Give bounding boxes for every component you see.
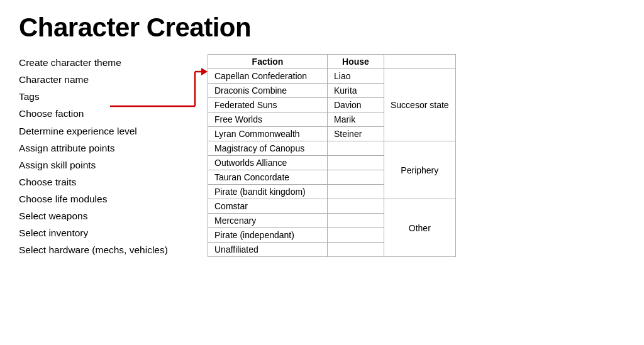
table-row: Magistracy of CanopusPeriphery [208,141,456,156]
step-item-1: Create character theme [19,54,201,71]
faction-cell: Unaffiliated [208,243,328,257]
house-cell: Steiner [328,127,384,141]
table-row: ComstarOther [208,199,456,214]
house-cell [328,199,384,214]
house-header: House [328,55,384,69]
group-cell: Periphery [384,141,456,199]
house-cell: Liao [328,69,384,84]
step-item-6: Assign attribute points [19,140,201,156]
house-cell: Marik [328,112,384,127]
step-item-10: Select weapons [19,207,201,224]
faction-table-wrapper: Faction House Capellan ConfederationLiao… [208,54,625,257]
steps-list: Create character themeCharacter nameTags… [19,54,208,259]
group-cell: Succesor state [384,69,456,141]
faction-cell: Tauran Concordate [208,170,328,185]
faction-table: Faction House Capellan ConfederationLiao… [208,54,456,257]
house-cell: Davion [328,98,384,112]
faction-cell: Outworlds Alliance [208,156,328,170]
step-item-11: Select inventory [19,224,201,241]
step-item-12: Select hardware (mechs, vehicles) [19,241,201,258]
house-cell [328,243,384,257]
faction-cell: Pirate (independant) [208,228,328,243]
house-cell [328,141,384,156]
step-item-9: Choose life modules [19,190,201,207]
house-cell: Kurita [328,84,384,98]
faction-cell: Mercenary [208,214,328,228]
house-cell [328,170,384,185]
table-row: Capellan ConfederationLiaoSuccesor state [208,69,456,84]
faction-cell: Magistracy of Canopus [208,141,328,156]
faction-cell: Capellan Confederation [208,69,328,84]
page-title: Character Creation [19,13,625,43]
faction-cell: Free Worlds [208,112,328,127]
step-item-3: Tags [19,88,201,105]
step-item-7: Assign skill points [19,156,201,173]
house-cell [328,156,384,170]
faction-cell: Pirate (bandit kingdom) [208,185,328,199]
step-item-5: Determine experience level [19,123,201,140]
group-header [384,55,456,69]
faction-header: Faction [208,55,328,69]
faction-cell: Federated Suns [208,98,328,112]
faction-cell: Lyran Commonwealth [208,127,328,141]
faction-cell: Comstar [208,199,328,214]
group-cell: Other [384,199,456,257]
step-item-8: Choose traits [19,173,201,190]
house-cell [328,214,384,228]
house-cell [328,228,384,243]
step-item-4: Choose faction [19,105,201,122]
faction-cell: Draconis Combine [208,84,328,98]
house-cell [328,185,384,199]
step-item-2: Character name [19,71,201,88]
